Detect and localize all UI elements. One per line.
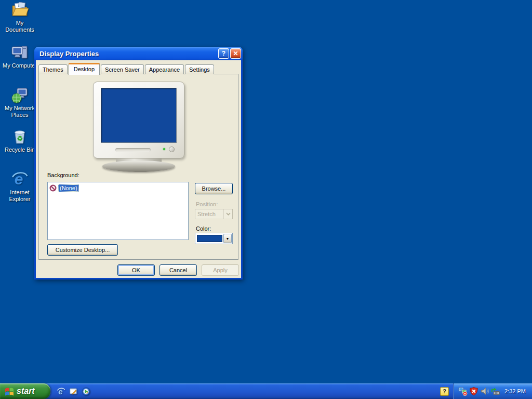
recycle-bin-icon: ♻ xyxy=(11,128,29,145)
my-computer-icon xyxy=(11,44,29,61)
desktop-tab-page: Background: (None) Browse... Position: xyxy=(38,74,238,260)
position-dropdown: Stretch xyxy=(195,209,233,219)
customize-desktop-button[interactable]: Customize Desktop... xyxy=(47,244,118,256)
tab-strip: Themes Desktop Screen Saver Appearance S… xyxy=(38,62,215,74)
dialog-client-area: Themes Desktop Screen Saver Appearance S… xyxy=(36,60,241,278)
desktop-icon-my-documents[interactable]: My Documents xyxy=(0,1,39,33)
chevron-down-icon xyxy=(223,209,232,219)
ok-button[interactable]: OK xyxy=(117,264,155,276)
tab-settings[interactable]: Settings xyxy=(185,64,214,74)
background-listbox[interactable]: (None) xyxy=(47,182,189,240)
tab-desktop[interactable]: Desktop xyxy=(69,63,100,75)
browse-button[interactable]: Browse... xyxy=(195,183,233,194)
security-shield-icon[interactable] xyxy=(469,387,478,396)
desktop-icon-label: My Computer xyxy=(3,62,37,69)
internet-explorer-icon: e xyxy=(11,170,29,188)
desktop-icon-label: Recycle Bin xyxy=(5,147,35,153)
desktop-icon-label: My Documents xyxy=(1,20,38,33)
desktop-icon-internet-explorer[interactable]: e Internet Explorer xyxy=(0,170,39,203)
network-alert-icon[interactable] xyxy=(458,387,468,396)
tab-screen-saver[interactable]: Screen Saver xyxy=(101,64,144,74)
desktop-icon-my-network-places[interactable]: My Network Places xyxy=(0,86,39,118)
apply-button[interactable]: Apply xyxy=(202,264,239,276)
monitor-slot xyxy=(115,148,151,152)
color-dropdown[interactable]: ▼ xyxy=(195,233,233,244)
start-button-label: start xyxy=(17,387,35,396)
dropdown-arrow-icon[interactable]: ▼ xyxy=(223,234,232,243)
background-label: Background: xyxy=(47,172,79,178)
color-label: Color: xyxy=(196,225,211,232)
taskbar: start e xyxy=(0,383,532,399)
cancel-button[interactable]: Cancel xyxy=(159,264,197,276)
tab-appearance[interactable]: Appearance xyxy=(145,64,184,74)
none-prohibition-icon xyxy=(49,184,57,192)
show-desktop-icon[interactable] xyxy=(69,387,78,396)
help-notification-icon[interactable]: ? xyxy=(440,387,449,396)
help-button[interactable]: ? xyxy=(218,48,229,59)
quick-launch-bar: e xyxy=(56,383,90,399)
safely-remove-hardware-icon[interactable] xyxy=(491,387,500,396)
internet-explorer-icon[interactable]: e xyxy=(56,387,65,396)
background-item-label: (None) xyxy=(58,184,79,192)
color-swatch xyxy=(197,235,222,242)
monitor-preview-screen xyxy=(101,88,177,143)
desktop-icon-my-computer[interactable]: My Computer xyxy=(0,44,39,69)
desktop-icon-recycle-bin[interactable]: ♻ Recycle Bin xyxy=(0,128,39,153)
tab-themes[interactable]: Themes xyxy=(38,64,68,74)
monitor-base xyxy=(102,161,175,172)
desktop-icon-label: My Network Places xyxy=(1,105,38,118)
media-player-icon[interactable] xyxy=(81,387,90,396)
background-list-item-none[interactable]: (None) xyxy=(49,183,187,193)
window-title: Display Properties xyxy=(39,50,217,58)
position-value: Stretch xyxy=(195,211,223,217)
system-tray: 2:32 PM xyxy=(453,383,532,399)
volume-icon[interactable] xyxy=(480,387,489,396)
display-properties-window: Display Properties ? ✕ Themes Desktop Sc… xyxy=(34,47,243,280)
monitor-power-led xyxy=(163,148,165,150)
my-documents-icon xyxy=(11,1,29,19)
monitor-preview xyxy=(93,82,184,158)
titlebar[interactable]: Display Properties ? ✕ xyxy=(36,47,241,60)
my-network-places-icon xyxy=(11,86,29,104)
position-label: Position: xyxy=(196,201,218,207)
start-button[interactable]: start xyxy=(0,383,50,399)
taskbar-clock[interactable]: 2:32 PM xyxy=(504,388,526,394)
monitor-power-button xyxy=(169,147,175,152)
windows-flag-icon xyxy=(4,386,15,396)
desktop: My Documents My Computer My Network Plac… xyxy=(0,0,532,399)
close-icon[interactable]: ✕ xyxy=(230,48,241,59)
desktop-icon-label: Internet Explorer xyxy=(1,189,38,203)
svg-text:♻: ♻ xyxy=(17,135,23,142)
